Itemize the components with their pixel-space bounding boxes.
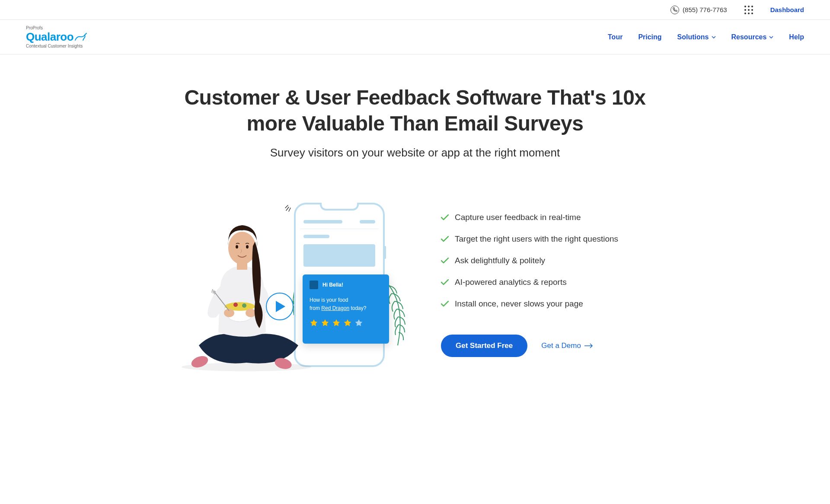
cta-row: Get Started Free Get a Demo <box>441 335 657 357</box>
hero: Customer & User Feedback Software That's… <box>138 54 692 177</box>
play-button[interactable] <box>266 293 294 320</box>
get-started-button[interactable]: Get Started Free <box>441 335 527 357</box>
check-icon <box>441 279 449 285</box>
star-icon[interactable] <box>332 319 341 327</box>
star-icon[interactable] <box>343 319 352 327</box>
svg-point-6 <box>224 309 234 317</box>
phone-icon <box>670 6 679 14</box>
topbar: (855) 776-7763 Dashboard <box>0 0 830 20</box>
phone-text: (855) 776-7763 <box>683 6 727 13</box>
nav-pricing[interactable]: Pricing <box>638 33 661 41</box>
hero-subtitle: Survey visitors on your website or app a… <box>164 146 666 159</box>
dashboard-link[interactable]: Dashboard <box>770 6 804 13</box>
chevron-down-icon <box>769 36 773 38</box>
svg-point-12 <box>246 245 249 249</box>
survey-question: How is your food from Red Dragon today? <box>310 296 382 313</box>
check-icon <box>441 236 449 242</box>
nav-help[interactable]: Help <box>789 33 804 41</box>
logo-subtext: Contextual Customer Insights <box>26 44 87 48</box>
survey-greeting: Hi Bella! <box>322 282 343 288</box>
content-row: Hi Bella! How is your food from Red Drag… <box>147 198 683 371</box>
nav-solutions[interactable]: Solutions <box>677 33 716 41</box>
feature-item: AI-powered analytics & reports <box>441 278 657 287</box>
chevron-down-icon <box>712 36 716 38</box>
apps-icon[interactable] <box>744 6 753 14</box>
arrow-right-icon <box>584 343 593 348</box>
feature-list: Capture user feedback in real-time Targe… <box>441 213 657 309</box>
nav-tour[interactable]: Tour <box>608 33 622 41</box>
features: Capture user feedback in real-time Targe… <box>441 213 657 357</box>
svg-point-4 <box>233 303 238 307</box>
check-icon <box>441 301 449 307</box>
logo-text: Qualaroo <box>26 30 73 44</box>
survey-card: Hi Bella! How is your food from Red Drag… <box>303 274 389 344</box>
svg-point-11 <box>236 245 238 249</box>
svg-point-7 <box>246 309 256 317</box>
logo-pretext: ProProfs <box>26 26 87 30</box>
logo[interactable]: ProProfs Qualaroo Contextual Customer In… <box>26 26 87 48</box>
person-illustration <box>173 216 311 371</box>
feature-item: Ask delightfully & politely <box>441 256 657 265</box>
get-demo-link[interactable]: Get a Demo <box>541 341 593 350</box>
feature-item: Capture user feedback in real-time <box>441 213 657 222</box>
check-icon <box>441 258 449 264</box>
check-icon <box>441 214 449 220</box>
star-icon[interactable] <box>354 319 363 327</box>
phone-number[interactable]: (855) 776-7763 <box>670 6 727 14</box>
kangaroo-icon <box>74 32 87 42</box>
nav-resources[interactable]: Resources <box>731 33 774 41</box>
svg-point-10 <box>228 232 256 265</box>
spark-lines-icon <box>284 202 295 212</box>
play-icon <box>276 301 285 312</box>
feature-item: Target the right users with the right qu… <box>441 234 657 244</box>
nav-links: Tour Pricing Solutions Resources Help <box>608 33 804 41</box>
star-rating[interactable] <box>310 319 382 327</box>
navbar: ProProfs Qualaroo Contextual Customer In… <box>0 20 830 54</box>
star-icon[interactable] <box>321 319 329 327</box>
feature-item: Install once, never slows your page <box>441 299 657 309</box>
hero-title: Customer & User Feedback Software That's… <box>164 85 666 137</box>
svg-point-5 <box>242 303 246 308</box>
hero-illustration: Hi Bella! How is your food from Red Drag… <box>173 198 406 371</box>
